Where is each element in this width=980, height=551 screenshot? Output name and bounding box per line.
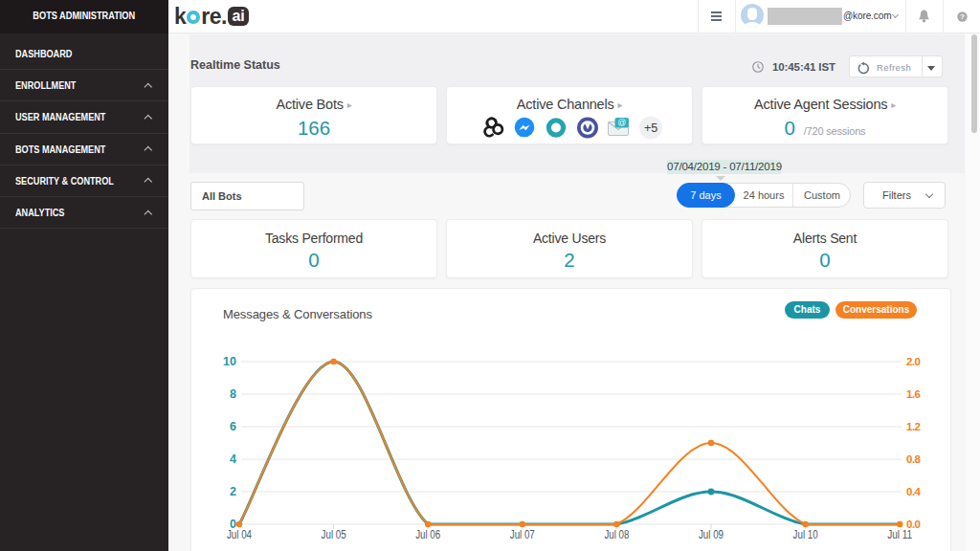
svg-text:Jul 06: Jul 06 bbox=[415, 528, 440, 541]
svg-text:Jul 04: Jul 04 bbox=[227, 528, 252, 541]
svg-text:@: @ bbox=[617, 118, 626, 127]
svg-text:1.6: 1.6 bbox=[906, 388, 921, 400]
svg-text:1.2: 1.2 bbox=[906, 421, 921, 432]
svg-text:2: 2 bbox=[230, 485, 236, 498]
svg-text:Jul 11: Jul 11 bbox=[887, 528, 912, 541]
svg-text:Jul 07: Jul 07 bbox=[510, 528, 535, 541]
svg-text:8: 8 bbox=[230, 387, 236, 401]
svg-text:+5: +5 bbox=[644, 121, 657, 135]
svg-text:?: ? bbox=[960, 12, 965, 21]
svg-text:0.4: 0.4 bbox=[906, 486, 922, 497]
svg-text:Jul 08: Jul 08 bbox=[604, 528, 629, 541]
svg-text:10: 10 bbox=[223, 355, 236, 368]
svg-text:0.8: 0.8 bbox=[906, 453, 922, 465]
svg-text:2.0: 2.0 bbox=[906, 356, 921, 367]
svg-text:Jul 05: Jul 05 bbox=[322, 528, 346, 541]
svg-text:4: 4 bbox=[230, 452, 236, 466]
svg-text:Jul 09: Jul 09 bbox=[699, 528, 724, 541]
svg-text:Jul 10: Jul 10 bbox=[793, 528, 818, 541]
svg-text:6: 6 bbox=[230, 420, 236, 433]
